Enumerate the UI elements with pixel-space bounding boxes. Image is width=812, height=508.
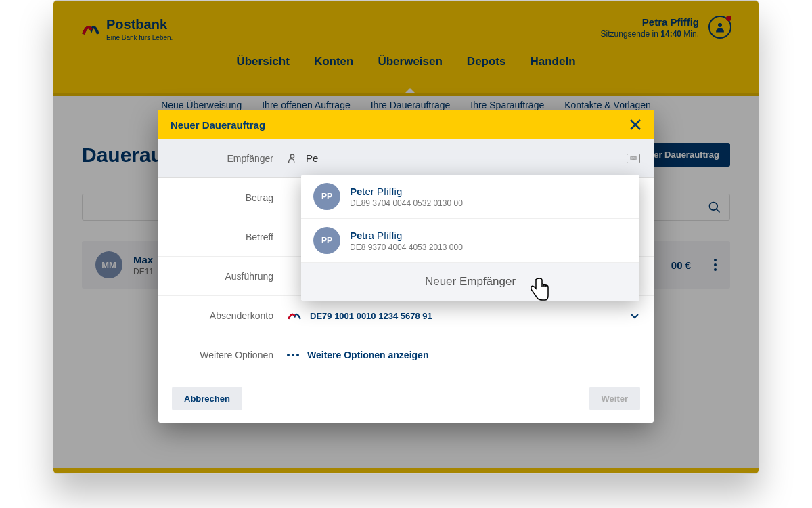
more-icon [287, 354, 299, 356]
autocomplete-item[interactable]: PP Petra Pfiffig DE8 9370 4004 4053 2013… [301, 219, 639, 263]
more-options-label: Weitere Optionen [172, 350, 287, 360]
more-options-text: Weitere Optionen anzeigen [307, 350, 428, 360]
recipient-value: Pe [306, 152, 318, 164]
recipient-autocomplete: PP Peter Pfiffig DE89 3704 0044 0532 013… [301, 175, 639, 301]
subject-label: Betreff [172, 232, 287, 242]
recipient-label: Empfänger [172, 153, 287, 164]
cancel-button[interactable]: Abbrechen [172, 387, 242, 410]
contact-initials-avatar: PP [313, 227, 340, 254]
modal-title: Neuer Dauerauftrag [171, 119, 265, 131]
more-options-row: Weitere Optionen Weitere Optionen anzeig… [158, 335, 654, 375]
sender-iban: DE79 1001 0010 1234 5678 91 [310, 311, 432, 321]
autocomplete-name: Peter Pfiffig [350, 186, 463, 197]
next-button[interactable]: Weiter [589, 387, 641, 410]
keyboard-icon[interactable]: ⌨ [627, 154, 640, 163]
close-icon[interactable] [629, 119, 641, 131]
autocomplete-iban: DE89 3704 0044 0532 0130 00 [350, 198, 463, 208]
svg-point-5 [290, 154, 294, 158]
recipient-row: Empfänger Pe ⌨ [158, 139, 654, 178]
sender-label: Absenderkonto [172, 310, 287, 321]
amount-label: Betrag [172, 192, 287, 203]
chevron-down-icon [629, 310, 640, 321]
recipient-input[interactable]: Pe ⌨ [287, 152, 640, 164]
more-options-toggle[interactable]: Weitere Optionen anzeigen [287, 350, 640, 360]
new-recipient-button[interactable]: Neuer Empfänger [301, 263, 639, 301]
autocomplete-name: Petra Pfiffig [350, 230, 463, 241]
execution-label: Ausführung [172, 271, 287, 282]
sender-account-dropdown[interactable]: DE79 1001 0010 1234 5678 91 [287, 310, 640, 321]
contact-initials-avatar: PP [313, 183, 340, 210]
person-icon [287, 153, 298, 164]
modal-header: Neuer Dauerauftrag [158, 110, 654, 139]
postbank-small-logo-icon [287, 310, 302, 321]
autocomplete-item[interactable]: PP Peter Pfiffig DE89 3704 0044 0532 013… [301, 175, 639, 219]
sender-row: Absenderkonto DE79 1001 0010 1234 5678 9… [158, 296, 654, 335]
autocomplete-iban: DE8 9370 4004 4053 2013 000 [350, 242, 463, 252]
